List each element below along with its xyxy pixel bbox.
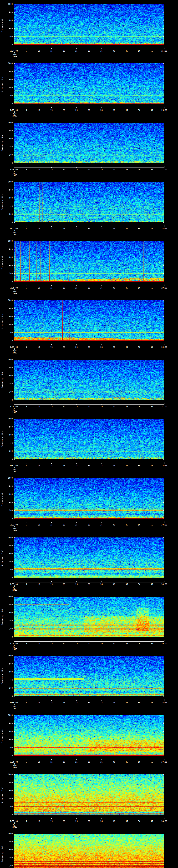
- y-tick: [14, 104, 15, 104]
- x-tick-label: 40: [107, 228, 121, 230]
- y-tick: [164, 69, 164, 70]
- y-tick: [164, 617, 164, 617]
- y-tick: [14, 694, 14, 694]
- x-tick: [164, 225, 165, 227]
- y-tick-label: 1000: [0, 3, 13, 5]
- y-tick: [14, 546, 15, 546]
- y-tick-label: 400: [0, 739, 13, 741]
- y-tick-label: 800: [0, 307, 13, 310]
- x-tick: [152, 522, 152, 523]
- x-tick: [39, 404, 39, 404]
- x-tick-label: 30: [82, 524, 96, 526]
- x-tick-label: 15: [44, 228, 58, 230]
- y-tick: [164, 803, 164, 803]
- y-tick-label: 200: [0, 865, 13, 867]
- x-tick-label: 30: [82, 820, 96, 823]
- y-tick: [163, 688, 164, 688]
- y-tick: [14, 36, 15, 37]
- y-tick: [163, 546, 164, 546]
- y-tick-label: 0: [0, 281, 13, 283]
- y-tick: [14, 149, 14, 149]
- x-tick-label: 10: [32, 820, 46, 823]
- x-tick-label: 35: [94, 109, 109, 111]
- y-tick: [164, 306, 164, 307]
- x-tick: [101, 463, 102, 464]
- y-axis-title: Frequency (Hz): [1, 4, 3, 44]
- x-tick-label: 15: [44, 583, 58, 585]
- end-time-label: 27:00: [157, 168, 171, 170]
- x-tick-label: 45: [120, 820, 134, 823]
- y-tick: [164, 38, 164, 39]
- x-tick-label: 30: [82, 761, 96, 763]
- y-tick: [14, 196, 14, 196]
- y-tick: [14, 419, 15, 419]
- x-tick-label: 40: [107, 168, 121, 170]
- y-axis-title: Frequency (Hz): [1, 419, 3, 459]
- spectrogram-canvas: [14, 478, 164, 519]
- y-tick: [14, 537, 15, 538]
- x-tick-label: 50: [132, 643, 146, 645]
- y-tick: [164, 65, 164, 66]
- y-tick-label: 1000: [0, 240, 13, 242]
- x-tick: [152, 463, 152, 464]
- y-tick: [14, 502, 15, 503]
- x-tick-label: 30: [82, 346, 96, 348]
- y-tick: [164, 439, 164, 439]
- y-tick: [14, 273, 15, 274]
- x-tick: [114, 107, 114, 108]
- y-tick: [164, 125, 164, 125]
- y-tick: [163, 300, 164, 301]
- x-tick-label: 55: [145, 406, 159, 408]
- y-tick: [14, 682, 14, 682]
- x-tick: [114, 404, 114, 404]
- x-tick-label: 45: [120, 228, 134, 230]
- x-tick: [89, 404, 89, 404]
- y-tick: [164, 22, 164, 23]
- y-tick: [14, 382, 14, 382]
- x-tick-label: 30: [82, 465, 96, 467]
- y-tick: [14, 562, 15, 562]
- y-tick: [164, 331, 164, 331]
- x-tick: [39, 700, 39, 701]
- y-tick: [14, 161, 14, 161]
- y-tick: [14, 333, 15, 333]
- y-tick: [14, 447, 14, 447]
- y-tick: [14, 566, 14, 566]
- x-tick: [152, 818, 152, 819]
- x-tick: [114, 522, 114, 523]
- y-tick: [163, 206, 164, 207]
- y-tick: [14, 94, 14, 94]
- x-tick: [152, 285, 152, 286]
- y-tick: [14, 75, 14, 76]
- x-tick: [164, 758, 165, 760]
- date-year: 2016: [8, 234, 22, 236]
- x-tick: [89, 759, 89, 760]
- y-axis-title: Frequency (Hz): [1, 478, 3, 519]
- y-tick: [163, 747, 164, 748]
- y-tick: [164, 312, 164, 313]
- y-tick: [164, 318, 164, 319]
- y-tick: [164, 508, 164, 509]
- y-tick-label: 200: [0, 272, 13, 275]
- x-tick-label: 15: [44, 50, 58, 52]
- x-tick-label: 25: [69, 168, 84, 170]
- x-tick-label: 20: [57, 168, 71, 170]
- y-tick-label: 1000: [0, 418, 13, 420]
- y-tick: [14, 803, 14, 803]
- y-tick: [14, 834, 15, 834]
- x-tick-label: 25: [69, 50, 84, 52]
- spectrogram-panel-6:29:00: Frequency (Hz) 020040060080010006:29:005…: [0, 296, 178, 355]
- y-tick: [14, 329, 14, 329]
- x-tick-label: 35: [94, 228, 109, 230]
- x-axis-rule: [14, 819, 164, 819]
- x-tick: [89, 48, 89, 49]
- x-tick-label: 35: [94, 346, 109, 348]
- x-tick-label: 40: [107, 761, 121, 763]
- x-tick-label: 20: [57, 465, 71, 467]
- y-tick: [163, 451, 164, 452]
- x-tick-label: 10: [32, 346, 46, 348]
- x-tick-label: 20: [57, 109, 71, 111]
- y-tick: [14, 202, 14, 203]
- x-axis-rule: [14, 404, 164, 405]
- x-tick: [39, 167, 39, 167]
